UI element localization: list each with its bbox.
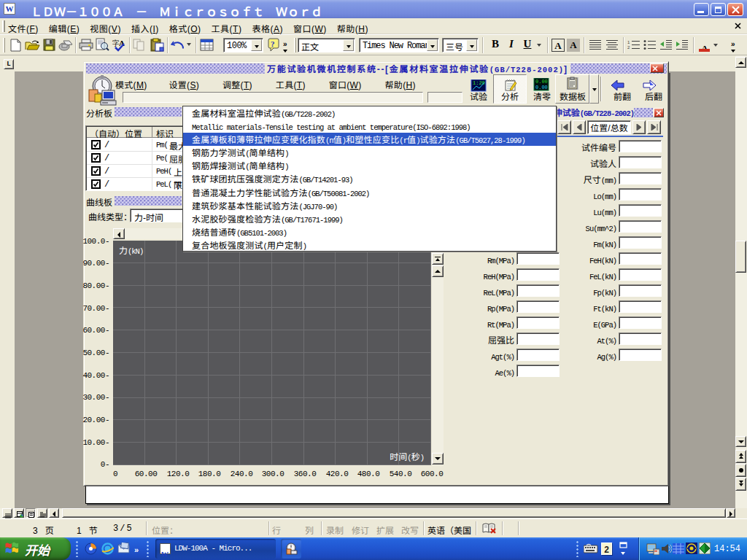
svg-text:?: ? <box>271 39 275 48</box>
svg-text:2: 2 <box>627 44 630 50</box>
svg-text:0.00: 0.00 <box>535 79 548 85</box>
svg-text:1:20: 1:20 <box>473 80 485 86</box>
